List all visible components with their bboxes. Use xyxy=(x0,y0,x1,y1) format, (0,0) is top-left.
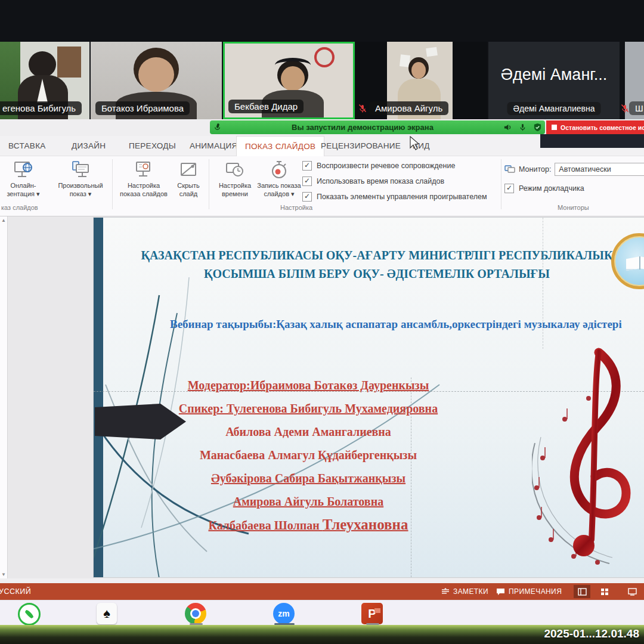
speaker-icon[interactable] xyxy=(503,123,512,132)
monitor-selector-row: Монитор: Автоматически xyxy=(504,163,644,176)
ribbon-slideshow-panel: Онлайн- зентация ▾ Произвольный показ ▾ xyxy=(0,156,644,216)
notes-label: ЗАМЕТКИ xyxy=(453,587,488,596)
participant-tile-novideo[interactable]: Әдемі Аманг... Әдемі Амангалиевна xyxy=(488,42,620,119)
treble-clef-graphic[interactable] xyxy=(532,348,644,577)
webinar-topic[interactable]: Вебинар тақырыбы:Қазақ халық аспапатар а… xyxy=(170,318,644,331)
stop-share-button[interactable]: Остановить совместное использование xyxy=(546,120,644,134)
tab-review[interactable]: РЕЦЕНЗИРОВАНИЕ xyxy=(321,136,401,156)
participant-tile-speaking[interactable]: Бекбаев Дидар xyxy=(223,42,355,119)
participant-tile[interactable]: Ботакоз Ибраимова xyxy=(91,42,222,119)
checkbox-presenter-view[interactable]: Режим докладчика xyxy=(504,184,584,193)
participant-name: Әдемі Амангалиевна xyxy=(507,102,601,115)
picture-decor xyxy=(426,47,438,57)
chrome-taskbar-icon[interactable] xyxy=(185,603,208,626)
thumbnail-panel-scrollbar[interactable]: ▲ ▼ xyxy=(0,216,8,578)
comments-label: ПРИМЕЧАНИЯ xyxy=(509,587,562,596)
slide-sorter-view-button[interactable] xyxy=(596,585,613,598)
security-shield-icon[interactable] xyxy=(533,123,542,132)
open-book-icon xyxy=(626,256,644,271)
muted-mic-icon xyxy=(621,104,630,113)
button-label: слайд xyxy=(172,190,205,199)
monitor-label: Монитор: xyxy=(519,165,551,174)
normal-view-button[interactable] xyxy=(574,585,590,598)
slide-title-line1: ҚАЗАҚСТАН РЕСПУБЛИКАСЫ ОҚУ-АҒАРТУ МИНИСТ… xyxy=(135,246,618,265)
participant-name: Ботакоз Ибраимова xyxy=(95,101,190,115)
muted-mic-icon xyxy=(358,104,367,113)
online-presentation-button[interactable]: Онлайн- зентация ▾ xyxy=(0,160,47,199)
stop-share-label: Остановить совместное использование xyxy=(561,124,644,131)
scroll-down-icon[interactable]: ▼ xyxy=(0,572,7,577)
button-label: слайдов ▾ xyxy=(253,190,305,199)
list-item: Модератор:Ибраимова Ботакөз Дауренкызы xyxy=(129,377,487,393)
notes-button[interactable]: ЗАМЕТКИ xyxy=(441,583,488,600)
reading-view-button[interactable] xyxy=(624,585,640,598)
comments-button[interactable]: ПРИМЕЧАНИЯ xyxy=(496,583,562,600)
furniture-decor xyxy=(57,47,81,78)
participant-display-name: Әдемі Аманг... xyxy=(488,66,620,84)
open-book-icon xyxy=(639,256,640,270)
screen-share-banner: Вы запустили демонстрацию экрана xyxy=(210,120,545,134)
custom-slideshow-icon xyxy=(70,160,91,180)
list-item: Абилова Адеми Амангалиевна xyxy=(129,424,487,439)
person-silhouette xyxy=(411,62,426,79)
monitor-dropdown[interactable]: Автоматически xyxy=(555,163,644,176)
zoom-taskbar-icon[interactable]: zm xyxy=(273,603,296,626)
button-label: Настройка xyxy=(211,182,259,190)
participant-name: Ш xyxy=(629,101,644,115)
participant-tile[interactable]: егенова Бибигуль xyxy=(0,42,89,119)
hide-slide-icon xyxy=(178,160,199,180)
tab-transitions[interactable]: ПЕРЕХОДЫ xyxy=(129,136,176,156)
participant-tile[interactable]: Амирова Айгуль xyxy=(356,42,487,119)
rehearse-timings-icon xyxy=(225,160,245,180)
record-slideshow-button[interactable]: Запись показа слайдов ▾ xyxy=(253,160,305,199)
zoom-toolbar-shadow xyxy=(540,134,644,148)
checkbox-show-media-controls[interactable]: Показать элементы управления проигрывате… xyxy=(302,192,487,202)
checkbox-label: Показать элементы управления проигрывате… xyxy=(317,193,487,201)
custom-slideshow-button[interactable]: Произвольный показ ▾ xyxy=(52,160,109,199)
powerpoint-icon: P xyxy=(368,607,376,621)
checkbox-use-timings[interactable]: Использовать время показа слайдов xyxy=(302,177,444,186)
participant-video-strip: егенова Бибигуль Ботакоз Ибраимова Бекба… xyxy=(0,0,644,119)
checkbox-label: Использовать время показа слайдов xyxy=(317,177,444,185)
windows-taskbar: ♠ zm P xyxy=(0,600,644,625)
group-separator xyxy=(112,159,113,209)
zoom-icon: zm xyxy=(278,609,289,618)
tab-animation[interactable]: АНИМАЦИЯ xyxy=(190,136,238,156)
mic-status-icon[interactable] xyxy=(518,123,527,132)
list-item: Спикер: Тулегенова Бибигуль Мухамедияров… xyxy=(129,401,487,416)
chrome-icon xyxy=(185,603,206,624)
workspace-scroll-strip[interactable] xyxy=(0,578,644,583)
participant-tile[interactable]: Ш xyxy=(621,42,644,119)
setup-slideshow-icon xyxy=(134,160,154,180)
button-label: показа слайдов xyxy=(116,190,172,199)
participant-name: Амирова Айгуль xyxy=(369,101,448,115)
normal-view-icon xyxy=(578,588,587,596)
setup-slideshow-button[interactable]: Настройка показа слайдов xyxy=(116,160,172,199)
language-indicator[interactable]: УССКИЙ xyxy=(0,587,31,596)
online-presentation-icon xyxy=(13,160,33,180)
tab-insert[interactable]: ВСТАВКА xyxy=(8,136,46,156)
speaker-list[interactable]: Модератор:Ибраимова Ботакөз Дауренкызы С… xyxy=(129,377,487,541)
whatsapp-taskbar-icon[interactable] xyxy=(18,603,41,626)
group-label-setup: Настройка xyxy=(280,204,312,211)
slide-canvas[interactable]: ҚАЗАҚСТАН РЕСПУБЛИКАСЫ ОҚУ-АҒАРТУ МИНИСТ… xyxy=(94,218,644,577)
guide-line-vertical xyxy=(543,218,543,349)
solitaire-taskbar-icon[interactable]: ♠ xyxy=(97,603,119,626)
group-separator xyxy=(501,159,501,209)
checkbox-checked-icon xyxy=(302,192,312,202)
rehearse-timings-button[interactable]: Настройка времени xyxy=(211,160,259,199)
tab-slideshow-active[interactable]: ПОКАЗ СЛАЙДОВ xyxy=(236,136,324,157)
record-slideshow-icon xyxy=(269,160,289,180)
checkbox-play-narration[interactable]: Воспроизвести речевое сопровождение xyxy=(302,161,455,171)
phone-icon xyxy=(24,609,35,620)
editing-workspace: ▲ ▼ ҚАЗАҚСТАН РЕСПУБЛИКАСЫ ОҚУ-АҒАРТУ МИ… xyxy=(0,216,644,578)
button-label: Настройка xyxy=(116,182,172,190)
slide-title[interactable]: ҚАЗАҚСТАН РЕСПУБЛИКАСЫ ОҚУ-АҒАРТУ МИНИСТ… xyxy=(135,246,618,283)
hide-slide-button[interactable]: Скрыть слайд xyxy=(172,160,205,199)
scroll-up-icon[interactable]: ▲ xyxy=(0,218,7,223)
tab-design[interactable]: ДИЗАЙН xyxy=(72,136,106,156)
notes-icon xyxy=(441,588,450,595)
checkbox-label: Режим докладчика xyxy=(519,184,584,193)
powerpoint-taskbar-icon[interactable]: P xyxy=(361,603,384,626)
slide-title-line2: ҚОСЫМША БІЛІМ БЕРУ ОҚУ- ӘДІСТЕМЕЛІК ОРТА… xyxy=(135,265,618,283)
